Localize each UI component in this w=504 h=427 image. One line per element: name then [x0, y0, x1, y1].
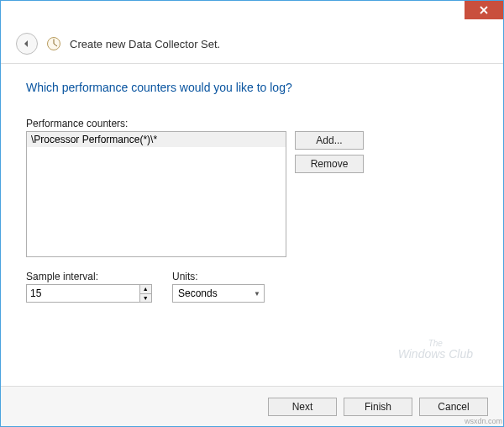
spinner-up-button[interactable]: ▲	[140, 285, 151, 294]
close-icon	[480, 6, 488, 14]
close-button[interactable]	[465, 1, 503, 19]
back-button[interactable]	[16, 33, 38, 55]
sample-interval-input[interactable]	[27, 285, 139, 302]
cancel-button[interactable]: Cancel	[419, 398, 488, 416]
wizard-title: Create new Data Collector Set.	[70, 38, 220, 50]
app-icon	[46, 36, 61, 51]
list-item[interactable]: \Processor Performance(*)\*	[27, 132, 286, 147]
add-button[interactable]: Add...	[295, 131, 364, 150]
sample-interval-spinner[interactable]: ▲ ▼	[26, 284, 152, 303]
next-button[interactable]: Next	[268, 398, 337, 416]
wizard-window: Create new Data Collector Set. Which per…	[0, 0, 504, 427]
counters-label: Performance counters:	[26, 118, 478, 129]
spinner-down-button[interactable]: ▼	[140, 294, 151, 303]
wizard-header: Create new Data Collector Set.	[1, 26, 503, 64]
wizard-footer: Next Finish Cancel	[1, 386, 503, 426]
finish-button[interactable]: Finish	[344, 398, 412, 416]
remove-button[interactable]: Remove	[295, 155, 364, 173]
chevron-down-icon: ▼	[254, 290, 260, 298]
performance-counters-list[interactable]: \Processor Performance(*)\*	[26, 131, 286, 257]
units-value: Seconds	[178, 287, 218, 299]
units-label: Units:	[172, 271, 265, 282]
instruction-text: Which performance counters would you lik…	[26, 81, 478, 94]
sample-interval-label: Sample interval:	[26, 271, 152, 282]
wizard-content: Which performance counters would you lik…	[1, 64, 503, 387]
units-select[interactable]: Seconds ▼	[172, 284, 265, 303]
titlebar	[1, 1, 503, 26]
back-arrow-icon	[22, 39, 32, 49]
